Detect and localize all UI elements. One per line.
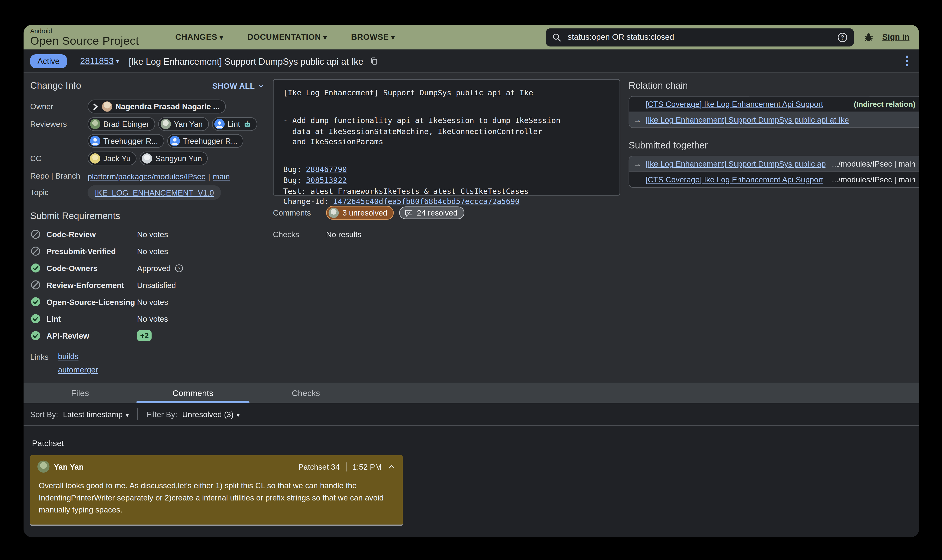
search-area: ? Sign in bbox=[546, 28, 909, 46]
relations-column: Relation chain [CTS Coverage] Ike Log En… bbox=[629, 79, 919, 374]
owner-chip[interactable]: Nagendra Prasad Nagarle ... bbox=[88, 100, 226, 114]
relation-chain-box: [CTS Coverage] Ike Log Enhancement Api S… bbox=[629, 96, 919, 128]
bug-link[interactable]: 308513922 bbox=[306, 175, 347, 185]
change-info-column: Change Info SHOW ALL Owner bbox=[30, 79, 264, 374]
brand-top: Android bbox=[30, 28, 139, 34]
avatar bbox=[102, 102, 112, 112]
nav-changes-menu[interactable]: CHANGES bbox=[175, 33, 223, 42]
help-icon[interactable]: ? bbox=[174, 263, 183, 272]
search-box[interactable]: ? bbox=[546, 28, 854, 46]
current-change-arrow-icon: → bbox=[633, 115, 641, 124]
relation-chain-heading: Relation chain bbox=[629, 80, 919, 91]
search-icon bbox=[552, 32, 562, 42]
blocked-icon bbox=[30, 229, 41, 240]
current-change-arrow-icon: → bbox=[633, 159, 641, 168]
collapse-chevron-icon[interactable] bbox=[388, 463, 396, 470]
svg-text:?: ? bbox=[841, 34, 844, 40]
commit-body: - Add dump functionality api at IkeSessi… bbox=[283, 115, 610, 147]
comment-card-header: Yan Yan Patchset 34 1:52 PM bbox=[30, 455, 403, 475]
show-all-button[interactable]: SHOW ALL bbox=[212, 81, 265, 90]
nav-browse-menu[interactable]: BROWSE bbox=[351, 33, 395, 42]
reviewer-chip[interactable]: Treehugger R... bbox=[167, 134, 244, 148]
submitted-row: [CTS Coverage] Ike Log Enhancement Api S… bbox=[629, 172, 919, 187]
search-input[interactable] bbox=[566, 32, 837, 42]
cc-row: CC Jack Yu Sangyun Yun bbox=[30, 152, 264, 165]
chevron-down-icon bbox=[257, 82, 265, 89]
blocked-icon bbox=[30, 280, 41, 290]
topic-chip[interactable]: IKE_LOG_ENHANCEMENT_V1.0 bbox=[88, 185, 221, 200]
check-circle-icon bbox=[30, 263, 41, 274]
reviewer-chip[interactable]: Treehugger R... bbox=[88, 134, 164, 148]
cc-chip[interactable]: Sangyun Yun bbox=[140, 152, 208, 165]
change-number-caret-icon[interactable]: ▾ bbox=[116, 58, 119, 64]
divider bbox=[137, 408, 138, 420]
reviewer-chip[interactable]: Lint bbox=[212, 117, 257, 131]
resolved-comments-chip[interactable]: 24 resolved bbox=[399, 206, 464, 219]
commit-title: [Ike Log Enhancement] Support DumpSys pu… bbox=[283, 88, 610, 98]
resolved-comment-icon bbox=[405, 208, 413, 217]
copy-title-icon[interactable] bbox=[369, 57, 378, 65]
comment-author: Yan Yan bbox=[54, 462, 83, 471]
commit-test-line: Test: atest FrameworksIkeTests & atest C… bbox=[283, 186, 610, 197]
commit-bug-line: Bug: 308513922 bbox=[283, 175, 610, 186]
change-status-chip[interactable]: Active bbox=[30, 54, 67, 68]
checks-result: No results bbox=[326, 230, 361, 239]
checks-summary-row: Checks No results bbox=[273, 230, 620, 239]
commit-column: [Ike Log Enhancement] Support DumpSys pu… bbox=[273, 79, 620, 374]
gerrit-app-window: Android Open Source Project CHANGES DOCU… bbox=[23, 25, 919, 537]
metadata-section: Change Info SHOW ALL Owner bbox=[23, 73, 919, 383]
page: Android Open Source Project CHANGES DOCU… bbox=[0, 0, 942, 560]
search-help-icon[interactable]: ? bbox=[837, 32, 848, 43]
related-change-link[interactable]: [CTS Coverage] Ike Log Enhancement Api S… bbox=[646, 100, 823, 108]
change-id-link[interactable]: I472645c40dfea5fb80f68b4cbd57eccca72a569… bbox=[333, 197, 520, 206]
sort-dropdown[interactable]: Latest timestamp bbox=[63, 410, 129, 418]
default-avatar-icon bbox=[169, 136, 180, 146]
site-logo[interactable]: Android Open Source Project bbox=[30, 28, 139, 46]
more-options-kebab-icon[interactable] bbox=[904, 53, 911, 69]
report-bug-icon[interactable] bbox=[864, 32, 874, 42]
filter-dropdown[interactable]: Unresolved (3) bbox=[182, 410, 240, 418]
tab-files[interactable]: Files bbox=[23, 383, 137, 403]
comment-body: Overall looks good to me. As discussed,l… bbox=[30, 475, 403, 525]
submit-requirements-heading: Submit Requirements bbox=[30, 211, 264, 222]
requirement-row: Open-Source-Licensing No votes bbox=[30, 297, 264, 307]
submitted-change-link[interactable]: [CTS Coverage] Ike Log Enhancement Api S… bbox=[646, 175, 823, 184]
bug-link[interactable]: 288467790 bbox=[306, 165, 347, 174]
change-number-link[interactable]: 2811853 bbox=[80, 56, 114, 66]
avatar bbox=[37, 460, 49, 472]
requirement-row: Lint No votes bbox=[30, 313, 264, 324]
repo-link[interactable]: platform/packages/modules/IPsec bbox=[88, 172, 205, 181]
submitted-together-box: → [Ike Log Enhancement] Support DumpSys … bbox=[629, 156, 919, 188]
avatar bbox=[329, 208, 339, 218]
change-header-row: Active 2811853 ▾ [Ike Log Enhancement] S… bbox=[23, 49, 919, 73]
unresolved-comments-chip[interactable]: 3 unresolved bbox=[326, 206, 394, 220]
attention-icon bbox=[93, 103, 99, 110]
commit-message-box: [Ike Log Enhancement] Support DumpSys pu… bbox=[273, 79, 620, 195]
avatar bbox=[90, 154, 100, 164]
indirect-relation-note: (Indirect relation) bbox=[848, 100, 916, 108]
branch-link[interactable]: main bbox=[213, 172, 230, 181]
change-info-heading: Change Info bbox=[30, 80, 81, 91]
related-change-link[interactable]: [Ike Log Enhancement] Support DumpSys pu… bbox=[646, 115, 849, 124]
tab-comments[interactable]: Comments bbox=[137, 383, 249, 403]
reviewer-chip[interactable]: Yan Yan bbox=[158, 117, 209, 131]
nav-documentation-menu[interactable]: DOCUMENTATION bbox=[247, 33, 327, 42]
blocked-icon bbox=[30, 246, 41, 257]
tab-checks[interactable]: Checks bbox=[249, 383, 362, 403]
submitted-row-current: → [Ike Log Enhancement] Support DumpSys … bbox=[629, 156, 919, 171]
commit-bug-line: Bug: 288467790 bbox=[283, 164, 610, 175]
reviewer-chip[interactable]: Brad Ebinger bbox=[88, 117, 155, 131]
check-circle-icon bbox=[30, 297, 41, 307]
sign-in-link[interactable]: Sign in bbox=[882, 33, 909, 42]
builds-link[interactable]: builds bbox=[58, 352, 98, 361]
links-row: Links builds automerger bbox=[30, 352, 264, 374]
comment-patchset: Patchset 34 bbox=[298, 462, 346, 471]
comment-time: 1:52 PM bbox=[346, 462, 388, 471]
cc-chip[interactable]: Jack Yu bbox=[88, 152, 137, 165]
patchset-group-heading: Patchset bbox=[32, 439, 919, 448]
robot-icon bbox=[243, 120, 251, 128]
automerger-link[interactable]: automerger bbox=[58, 365, 98, 374]
submitted-change-link[interactable]: [Ike Log Enhancement] Support DumpSys pu… bbox=[646, 159, 826, 168]
topic-link[interactable]: IKE_LOG_ENHANCEMENT_V1.0 bbox=[95, 188, 214, 197]
comment-card: Yan Yan Patchset 34 1:52 PM Overall look… bbox=[30, 455, 403, 526]
